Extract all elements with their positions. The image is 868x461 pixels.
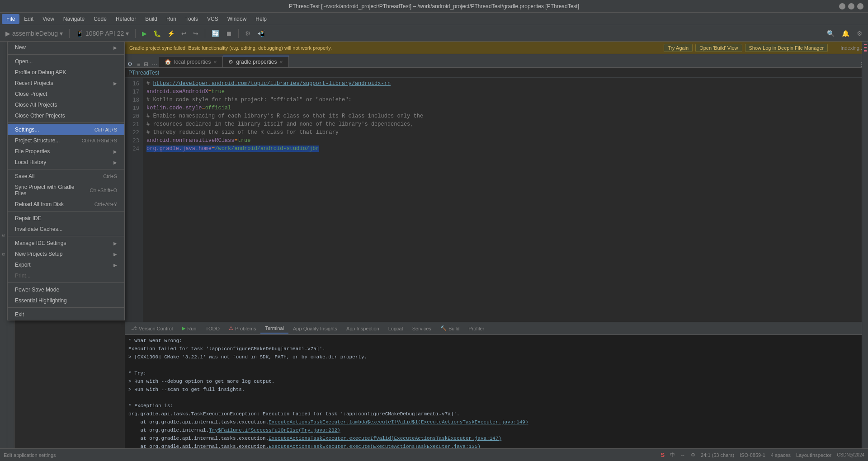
menu-build[interactable]: Build	[141, 14, 162, 24]
dropdown-recent-projects[interactable]: Recent Projects ▶	[8, 78, 124, 89]
menu-navigate[interactable]: Navigate	[59, 14, 89, 24]
dropdown-sep-4	[8, 211, 124, 212]
console-tab-build[interactable]: 🔨 Build	[436, 324, 464, 333]
tab-settings-icon[interactable]: ⚙	[125, 61, 135, 67]
toolbar-sync[interactable]: 🔄	[210, 29, 221, 38]
dropdown-power-save[interactable]: Power Save Mode	[8, 284, 124, 295]
console-tab-run[interactable]: ▶ Run	[177, 324, 201, 333]
toolbar-gear[interactable]: ⚙	[855, 29, 864, 38]
dropdown-close-other[interactable]: Close Other Projects	[8, 110, 124, 121]
menu-view[interactable]: View	[38, 14, 59, 24]
toolbar-notifications[interactable]: 🔔	[840, 29, 851, 38]
dropdown-essential-highlighting[interactable]: Essential Highlighting	[8, 295, 124, 306]
open-build-view-button[interactable]: Open 'Build' View	[695, 44, 742, 52]
status-indent[interactable]: 4 spaces	[771, 452, 791, 458]
toolbar-undo[interactable]: ↩	[179, 29, 189, 38]
console-line-7: * Exception is:	[128, 402, 864, 410]
dropdown-new[interactable]: New ▶	[8, 42, 124, 53]
dropdown-profile-debug[interactable]: Profile or Debug APK	[8, 67, 124, 78]
menu-window[interactable]: Window	[223, 14, 251, 24]
tab-more[interactable]: ⋯	[150, 61, 159, 67]
console-tab-todo[interactable]: TODO	[201, 324, 224, 333]
dropdown-local-history[interactable]: Local History ▶	[8, 157, 124, 168]
structure-tab[interactable]: S	[0, 230, 7, 240]
code-line-17: android.useAndroidX=true	[146, 88, 864, 96]
code-content[interactable]: # https://developer.android.com/topic/li…	[143, 78, 868, 322]
tab-collapse[interactable]: ⊟	[142, 61, 150, 67]
menu-run[interactable]: Run	[162, 14, 181, 24]
maximize-button[interactable]	[848, 3, 854, 9]
toolbar-build-config[interactable]: ▶ assembleDebug ▾	[4, 29, 65, 38]
dropdown-invalidate-caches[interactable]: Invalidate Caches...	[8, 224, 124, 235]
dropdown-new-projects-setup[interactable]: New Projects Setup ▶	[8, 249, 124, 259]
dropdown-manage-ide[interactable]: Manage IDE Settings ▶	[8, 238, 124, 249]
menu-edit[interactable]: Edit	[19, 14, 38, 24]
console-tab-problems[interactable]: ⚠ Problems	[224, 324, 260, 333]
minimize-button[interactable]	[839, 3, 845, 9]
dropdown-sync-gradle[interactable]: Sync Project with Gradle Files Ctrl+Shif…	[8, 182, 124, 199]
toolbar-attach[interactable]: ⚡	[165, 29, 177, 38]
code-editor[interactable]: 16 17 18 19 20 21 22 23 24 # https://dev…	[125, 78, 868, 322]
dropdown-print: Print...	[8, 270, 124, 281]
left-vertical-tabs: S B	[0, 42, 7, 448]
console-line-12: at org.gradle.api.internal.tasks.executi…	[128, 442, 864, 448]
status-edit-settings[interactable]: Edit application settings	[4, 452, 56, 458]
toolbar-run[interactable]: ▶	[140, 29, 149, 38]
console-tab-logcat[interactable]: Logcat	[384, 324, 408, 333]
breadcrumb-project[interactable]: PThreadTest	[128, 70, 159, 76]
menu-help[interactable]: Help	[251, 14, 271, 24]
dropdown-reload-disk[interactable]: Reload All from Disk Ctrl+Alt+Y	[8, 199, 124, 210]
console-tab-services[interactable]: Services	[408, 324, 436, 333]
dropdown-repair-ide[interactable]: Repair IDE	[8, 213, 124, 224]
status-indent-2[interactable]: ⚙	[691, 452, 695, 458]
toolbar-avd[interactable]: 📲	[255, 29, 267, 38]
dropdown-settings[interactable]: Settings... Ctrl+Alt+S	[8, 124, 124, 135]
dropdown-close-all[interactable]: Close All Projects	[8, 99, 124, 110]
code-line-19: kotlin.code.style=official	[146, 104, 864, 112]
toolbar-sep-3	[205, 29, 205, 38]
show-log-button[interactable]: Show Log in Deepin File Manager	[745, 44, 828, 52]
menu-code[interactable]: Code	[89, 14, 111, 24]
tab-gradle-properties[interactable]: ⚙ gradle.properties ✕	[223, 56, 289, 67]
try-again-button[interactable]: Try Again	[664, 44, 693, 52]
console-line-blank2	[128, 394, 864, 402]
dropdown-sep-7	[8, 307, 124, 308]
status-encoding[interactable]: ISO-8859-1	[740, 452, 765, 458]
menu-tools[interactable]: Tools	[181, 14, 203, 24]
toolbar-debug[interactable]: 🐛	[151, 29, 163, 38]
dropdown-save-all[interactable]: Save All Ctrl+S	[8, 171, 124, 182]
console-tab-profiler[interactable]: Profiler	[464, 324, 489, 333]
toolbar-search[interactable]: 🔍	[825, 29, 836, 38]
dropdown-exit[interactable]: Exit	[8, 309, 124, 320]
dropdown-file-properties[interactable]: File Properties ▶	[8, 146, 124, 157]
bookmarks-tab[interactable]: B	[0, 249, 7, 259]
status-chinese[interactable]: 中	[670, 452, 675, 458]
menu-file[interactable]: File	[2, 14, 19, 24]
dropdown-open[interactable]: Open...	[8, 56, 124, 67]
menu-vcs[interactable]: VCS	[203, 14, 223, 24]
console-tab-app-inspection[interactable]: App Inspection	[342, 324, 384, 333]
tab-local-properties[interactable]: 🏠 local.properties ✕	[159, 56, 223, 67]
status-indent-1[interactable]: ↔	[680, 452, 685, 458]
console-tab-app-quality[interactable]: App Quality Insights	[288, 324, 342, 333]
toolbar-stop[interactable]: ⏹	[224, 29, 234, 38]
toolbar-api-level[interactable]: 📱 1080P API 22 ▾	[74, 29, 131, 38]
toolbar-settings[interactable]: ⚙	[243, 29, 253, 38]
tab-align[interactable]: ≡	[135, 61, 142, 67]
close-button[interactable]	[857, 3, 863, 9]
status-cursor[interactable]: 24:1 (53 chars)	[701, 452, 734, 458]
console-tab-version-control[interactable]: ⎇ Version Control	[127, 324, 177, 333]
console-line-blank1	[128, 361, 864, 369]
dropdown-close-project[interactable]: Close Project	[8, 89, 124, 99]
window-controls	[839, 3, 863, 9]
warning-bar: Gradle project sync failed. Basic functi…	[125, 42, 868, 54]
toolbar-redo[interactable]: ↪	[191, 29, 200, 38]
console-tab-terminal[interactable]: Terminal	[260, 324, 288, 334]
status-layout-inspector[interactable]: LayoutInspector	[796, 452, 831, 458]
menu-refactor[interactable]: Refactor	[111, 14, 141, 24]
code-line-16: # https://developer.android.com/topic/li…	[146, 80, 864, 88]
dropdown-project-structure[interactable]: Project Structure... Ctrl+Alt+Shift+S	[8, 135, 124, 146]
console-content[interactable]: * What went wrong: Execution failed for …	[125, 335, 868, 448]
dropdown-export[interactable]: Export ▶	[8, 259, 124, 270]
warning-text: Gradle project sync failed. Basic functi…	[129, 45, 332, 51]
